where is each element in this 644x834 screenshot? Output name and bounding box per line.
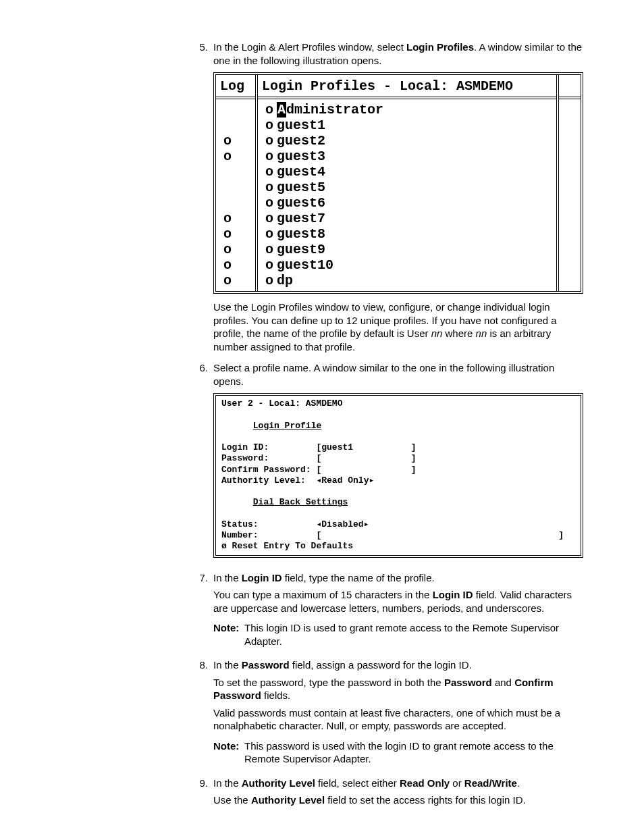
number-field-right[interactable]: ] bbox=[558, 530, 564, 540]
note-label: Note: bbox=[213, 621, 244, 648]
page-number: 75 bbox=[572, 832, 583, 835]
profile-entry[interactable]: oguest10 bbox=[262, 257, 552, 273]
profile-entry[interactable]: oguest1 bbox=[262, 118, 552, 133]
paragraph: Valid passwords must contain at least fi… bbox=[213, 706, 583, 733]
step-number: 9. bbox=[189, 777, 213, 811]
profile-entry[interactable]: oguest5 bbox=[262, 180, 552, 195]
cursor: A bbox=[277, 102, 286, 118]
bold-text: Login Profiles bbox=[406, 41, 474, 53]
text: dministrator bbox=[286, 102, 383, 118]
section-title: Login Profile bbox=[253, 421, 321, 431]
step-text: In the Authority Level field, select eit… bbox=[213, 777, 583, 790]
text: guest6 bbox=[277, 195, 325, 211]
section-title: Dial Back Settings bbox=[253, 497, 348, 507]
text: In the bbox=[213, 659, 242, 671]
text: guest2 bbox=[277, 133, 325, 149]
bold-text: Read/Write bbox=[464, 777, 517, 789]
text: fields. bbox=[261, 689, 290, 701]
reset-entry[interactable]: ø Reset Entry To Defaults bbox=[221, 541, 353, 551]
authority-level-label: Authority Level: bbox=[221, 475, 306, 486]
text: To set the password, type the password i… bbox=[213, 677, 444, 688]
text: where bbox=[442, 328, 475, 339]
profile-entry[interactable]: oguest8 bbox=[262, 226, 552, 242]
text: dp bbox=[277, 273, 293, 288]
text: . bbox=[517, 777, 520, 789]
profile-entry[interactable]: oguest4 bbox=[262, 164, 552, 180]
text: field, select either bbox=[315, 777, 400, 789]
col1-title: Log bbox=[216, 75, 255, 99]
profile-entry[interactable]: oguest2 bbox=[262, 133, 552, 149]
text: guest7 bbox=[277, 211, 325, 226]
text: guest4 bbox=[277, 164, 325, 180]
step-number: 5. bbox=[189, 41, 213, 357]
text: guest1 bbox=[277, 118, 325, 133]
note-body: This login ID is used to grant remote ac… bbox=[244, 621, 583, 648]
profile-entry[interactable]: oguest9 bbox=[262, 242, 552, 257]
paragraph: Use the Login Profiles window to view, c… bbox=[213, 301, 583, 353]
note: Note: This login ID is used to grant rem… bbox=[213, 621, 583, 648]
login-id-field[interactable]: [guest1 ] bbox=[316, 442, 416, 452]
bold-text: Login ID bbox=[433, 589, 473, 600]
login-id-label: Login ID: bbox=[221, 442, 269, 452]
step-5: 5. In the Login & Alert Profiles window,… bbox=[189, 41, 583, 357]
profile-entry[interactable]: oguest7 bbox=[262, 211, 552, 226]
window-title: User 2 - Local: ASMDEMO bbox=[221, 398, 342, 409]
paragraph: Use the Authority Level field to set the… bbox=[213, 793, 583, 807]
bold-text: Read Only bbox=[400, 777, 450, 789]
step-number: 8. bbox=[189, 658, 213, 773]
paragraph: You can type a maximum of 15 characters … bbox=[213, 588, 583, 615]
bold-text: Login ID bbox=[242, 572, 282, 583]
profile-entry[interactable]: odp bbox=[262, 273, 552, 288]
paragraph: To set the password, type the password i… bbox=[213, 676, 583, 702]
text: guest5 bbox=[277, 180, 325, 195]
step-8: 8. In the Password field, assign a passw… bbox=[189, 658, 583, 773]
password-label: Password: bbox=[221, 453, 269, 463]
step-text: Select a profile name. A window similar … bbox=[213, 361, 583, 388]
step-text: In the Login ID field, type the name of … bbox=[213, 571, 583, 585]
text: In the bbox=[213, 572, 242, 583]
step-text: In the Login & Alert Profiles window, se… bbox=[213, 41, 583, 67]
text: field, assign a password for the login I… bbox=[290, 659, 472, 671]
text: field to set the access rights for this … bbox=[325, 794, 526, 806]
bold-text: Authority Level bbox=[251, 794, 325, 806]
status-label: Status: bbox=[221, 519, 259, 529]
text: In the Login & Alert Profiles window, se… bbox=[213, 41, 406, 53]
step-7: 7. In the Login ID field, type the name … bbox=[189, 571, 583, 655]
confirm-password-label: Confirm Password: bbox=[221, 465, 311, 475]
bold-text: Authority Level bbox=[242, 777, 315, 789]
italic-text: nn bbox=[431, 328, 443, 339]
login-profiles-window: Log o o o o o o o Login Profiles - Local… bbox=[213, 72, 583, 294]
note-label: Note: bbox=[213, 739, 244, 766]
text: Use the bbox=[213, 794, 251, 806]
number-label: Number: bbox=[221, 530, 259, 540]
note: Note: This password is used with the log… bbox=[213, 739, 583, 766]
text: guest10 bbox=[277, 257, 333, 273]
text: guest8 bbox=[277, 226, 325, 242]
step-text: In the Password field, assign a password… bbox=[213, 658, 583, 672]
italic-text: nn bbox=[476, 328, 487, 339]
page-footer: Chapter 7. Configuring your Remote Super… bbox=[189, 831, 583, 835]
text: and bbox=[492, 677, 514, 688]
profile-entry[interactable]: oguest3 bbox=[262, 149, 552, 164]
step-6: 6. Select a profile name. A window simil… bbox=[189, 361, 583, 567]
bold-text: Password bbox=[444, 677, 492, 688]
authority-level-field[interactable]: ◂Read Only▸ bbox=[316, 475, 374, 486]
step-9: 9. In the Authority Level field, select … bbox=[189, 777, 583, 811]
text: In the bbox=[213, 777, 242, 789]
bold-text: Password bbox=[242, 659, 290, 671]
note-body: This password is used with the login ID … bbox=[244, 739, 583, 766]
step-number: 7. bbox=[189, 571, 213, 655]
text: You can type a maximum of 15 characters … bbox=[213, 589, 433, 600]
confirm-password-field[interactable]: [ ] bbox=[316, 465, 416, 475]
profile-entry[interactable]: oguest6 bbox=[262, 195, 552, 211]
number-field-left[interactable]: [ bbox=[316, 530, 321, 540]
status-field[interactable]: ◂Disabled▸ bbox=[316, 519, 369, 529]
user-profile-window: User 2 - Local: ASMDEMO Login Profile Lo… bbox=[213, 393, 583, 558]
password-field[interactable]: [ ] bbox=[316, 453, 416, 463]
text: guest9 bbox=[277, 242, 325, 257]
profile-entry-administrator[interactable]: oAdministrator bbox=[262, 102, 552, 118]
step-list: 5. In the Login & Alert Profiles window,… bbox=[189, 41, 583, 811]
text: or bbox=[450, 777, 464, 789]
text: guest3 bbox=[277, 149, 325, 164]
step-number: 6. bbox=[189, 361, 213, 567]
